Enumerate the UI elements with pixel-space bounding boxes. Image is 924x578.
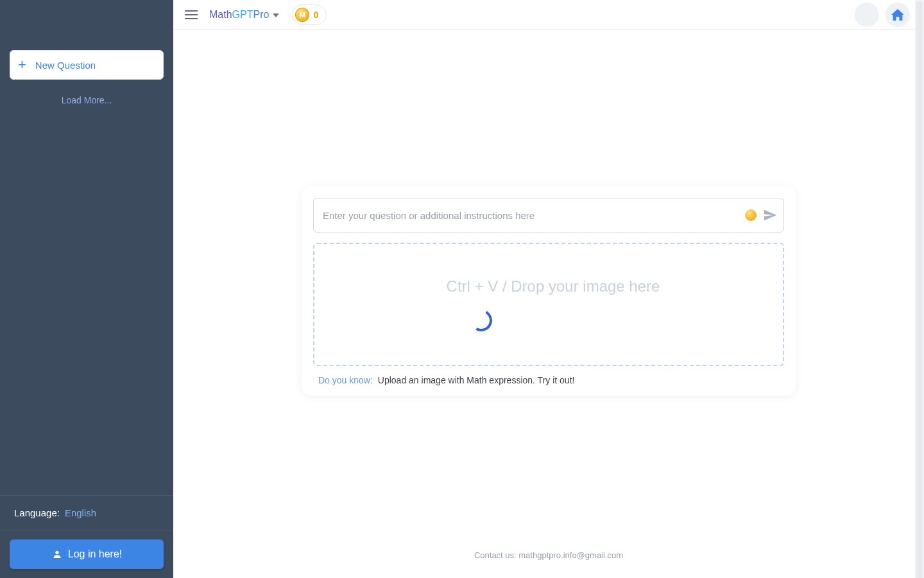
language-label: Language: bbox=[14, 507, 60, 518]
new-question-button[interactable]: + New Question bbox=[10, 50, 164, 80]
topbar: MathGPTPro M 0 bbox=[173, 0, 924, 30]
tip-label: Do you know: bbox=[318, 375, 373, 385]
svg-rect-3 bbox=[185, 18, 198, 19]
question-input-row bbox=[313, 198, 784, 232]
svg-point-0 bbox=[55, 551, 58, 554]
dropzone-hint: Ctrl + V / Drop your image here bbox=[447, 277, 660, 295]
brand-part2: GPT bbox=[232, 9, 253, 21]
svg-rect-1 bbox=[185, 10, 198, 12]
coin-icon: M bbox=[295, 8, 309, 22]
home-button[interactable] bbox=[886, 3, 910, 27]
person-icon bbox=[51, 548, 63, 560]
coin-balance-chip[interactable]: M 0 bbox=[292, 4, 327, 25]
vertical-scrollbar[interactable] bbox=[915, 0, 924, 578]
tip-text: Upload an image with Math expression. Tr… bbox=[378, 375, 575, 385]
login-button[interactable]: Log in here! bbox=[10, 539, 164, 569]
language-value[interactable]: English bbox=[65, 507, 96, 518]
coin-count: 0 bbox=[313, 10, 318, 20]
send-button[interactable] bbox=[763, 208, 777, 222]
question-input[interactable] bbox=[323, 210, 745, 221]
home-icon bbox=[891, 9, 904, 21]
coin-cost-icon[interactable] bbox=[745, 209, 757, 221]
image-dropzone[interactable]: Ctrl + V / Drop your image here bbox=[313, 243, 784, 366]
sidebar: + New Question Load More... Language: En… bbox=[0, 0, 173, 578]
load-more-button[interactable]: Load More... bbox=[10, 95, 164, 105]
brand-part1: Math bbox=[209, 9, 232, 21]
loading-spinner-icon bbox=[468, 307, 495, 334]
brand-dropdown[interactable]: MathGPTPro bbox=[209, 9, 279, 21]
notification-button[interactable] bbox=[855, 3, 879, 27]
main-area: MathGPTPro M 0 Ctrl + bbox=[173, 0, 924, 578]
svg-rect-2 bbox=[185, 14, 198, 15]
login-label: Log in here! bbox=[68, 548, 123, 560]
send-icon bbox=[763, 208, 777, 222]
tip-row: Do you know: Upload an image with Math e… bbox=[313, 375, 784, 385]
brand-part3: Pro bbox=[253, 9, 269, 21]
topbar-right bbox=[855, 3, 915, 27]
sidebar-bottom: Language: English Log in here! bbox=[0, 495, 173, 578]
footer-contact: Contact us: mathgptpro.info@gmail.com bbox=[173, 550, 924, 560]
language-selector[interactable]: Language: English bbox=[0, 496, 173, 530]
composer-card: Ctrl + V / Drop your image here Do you k… bbox=[302, 186, 796, 396]
plus-icon: + bbox=[18, 57, 26, 73]
menu-toggle-button[interactable] bbox=[182, 6, 200, 24]
menu-icon bbox=[185, 10, 198, 19]
content: Ctrl + V / Drop your image here Do you k… bbox=[173, 30, 924, 578]
sidebar-top: + New Question Load More... bbox=[0, 0, 173, 495]
chevron-down-icon bbox=[273, 10, 279, 19]
new-question-label: New Question bbox=[35, 60, 96, 71]
